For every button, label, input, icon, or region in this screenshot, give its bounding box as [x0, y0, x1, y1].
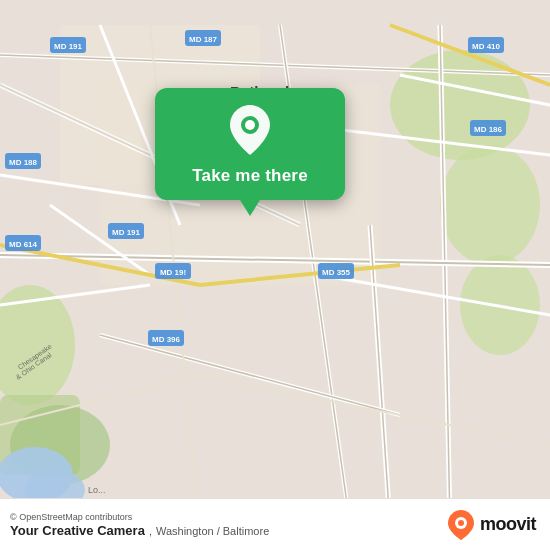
attribution-text: © OpenStreetMap contributors — [10, 512, 269, 522]
location-name: Your Creative Camera — [10, 523, 145, 538]
map-container: MD 191 MD 187 MD 410 MD 188 MD 186 MD 19… — [0, 0, 550, 550]
svg-text:MD 186: MD 186 — [474, 125, 503, 134]
bottom-bar: © OpenStreetMap contributors Your Creati… — [0, 498, 550, 550]
svg-point-63 — [245, 120, 255, 130]
svg-point-65 — [458, 520, 464, 526]
svg-text:MD 396: MD 396 — [152, 335, 181, 344]
svg-text:MD 191: MD 191 — [112, 228, 141, 237]
moovit-icon — [446, 508, 476, 542]
svg-text:MD 410: MD 410 — [472, 42, 501, 51]
svg-point-2 — [440, 145, 540, 265]
popup-card[interactable]: Take me there — [155, 88, 345, 200]
svg-text:MD 355: MD 355 — [322, 268, 351, 277]
location-region: Washington / Baltimore — [156, 525, 269, 537]
svg-text:MD 191: MD 191 — [54, 42, 83, 51]
svg-text:MD 188: MD 188 — [9, 158, 38, 167]
location-pin-icon — [224, 104, 276, 156]
map-svg: MD 191 MD 187 MD 410 MD 188 MD 186 MD 19… — [0, 0, 550, 550]
svg-text:Lo...: Lo... — [88, 485, 106, 495]
svg-text:MD 187: MD 187 — [189, 35, 218, 44]
take-me-there-button[interactable]: Take me there — [192, 166, 308, 186]
svg-text:MD 614: MD 614 — [9, 240, 38, 249]
bottom-left-info: © OpenStreetMap contributors Your Creati… — [10, 512, 269, 538]
svg-text:MD 19!: MD 19! — [160, 268, 186, 277]
moovit-logo: moovit — [446, 508, 536, 542]
moovit-text: moovit — [480, 514, 536, 535]
